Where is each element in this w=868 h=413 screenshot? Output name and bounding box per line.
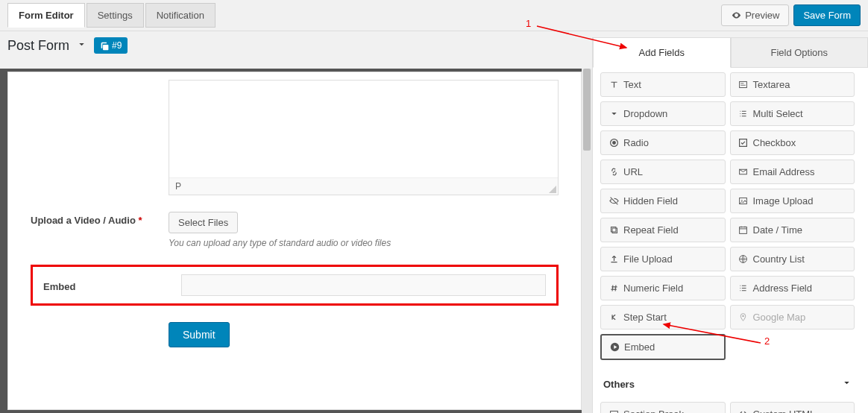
tab-settings[interactable]: Settings — [87, 3, 144, 28]
eye-icon — [731, 10, 741, 21]
field-step-start[interactable]: Step Start — [600, 305, 726, 330]
tab-add-fields-label: Add Fields — [639, 47, 685, 58]
field-label: Image Upload — [753, 195, 814, 206]
field-embed[interactable]: Embed — [600, 334, 726, 360]
field-google-map: Google Map — [730, 305, 855, 330]
field-label: Numeric Field — [623, 283, 683, 294]
rte-row: P — [31, 80, 559, 195]
upload-label: Upload a Video / Audio — [31, 215, 136, 226]
multiselect-icon — [738, 109, 749, 119]
play-icon — [609, 342, 620, 353]
field-hidden-field[interactable]: Hidden Field — [600, 189, 726, 213]
field-label: URL — [623, 166, 643, 177]
mail-icon — [738, 167, 749, 177]
field-file-upload[interactable]: File Upload — [600, 247, 726, 271]
field-dropdown[interactable]: Dropdown — [600, 101, 726, 126]
tab-field-options-label: Field Options — [770, 47, 828, 58]
field-label: Google Map — [753, 312, 806, 323]
code-icon — [738, 409, 749, 414]
top-tabs: Form EditorSettingsNotification — [7, 3, 216, 28]
field-label: Custom HTML — [753, 409, 816, 413]
form-id-badge[interactable]: #9 — [94, 37, 128, 54]
field-label: Email Address — [753, 166, 815, 177]
editor-scrollbar[interactable] — [582, 69, 592, 413]
editor-scrollbar-thumb[interactable] — [583, 69, 591, 151]
field-country-list[interactable]: Country List — [730, 247, 855, 271]
globe-icon — [738, 254, 749, 265]
chevron-down-icon — [842, 378, 852, 390]
calendar-icon — [738, 225, 749, 236]
field-label: Textarea — [753, 79, 790, 90]
others-label: Others — [603, 379, 635, 390]
field-label: Hidden Field — [623, 195, 678, 206]
field-label: Date / Time — [753, 224, 802, 236]
others-section-toggle[interactable]: Others — [600, 371, 855, 397]
preview-button-label: Preview — [745, 10, 779, 21]
editor-column: P Upload a Video / Audio * — [0, 69, 592, 413]
image-icon — [738, 196, 749, 206]
select-files-label: Select Files — [178, 217, 228, 228]
field-url[interactable]: URL — [600, 160, 726, 184]
field-label: Section Break — [623, 409, 684, 413]
others-fields-grid: Section BreakCustom HTML — [600, 397, 855, 413]
submit-button[interactable]: Submit — [169, 322, 230, 347]
field-label: Checkbox — [753, 137, 796, 148]
upload-icon — [608, 254, 619, 265]
field-image-upload[interactable]: Image Upload — [730, 189, 855, 213]
tab-label: Form Editor — [19, 10, 74, 21]
embed-row: Embed — [31, 265, 559, 306]
embed-input[interactable] — [181, 274, 546, 296]
copy-icon — [100, 41, 110, 51]
field-label: Address Field — [753, 283, 812, 294]
form-id-text: #9 — [112, 40, 122, 51]
tab-field-options[interactable]: Field Options — [731, 37, 869, 68]
upload-row: Upload a Video / Audio * Select Files Yo… — [31, 212, 559, 248]
marker-icon — [738, 312, 749, 323]
field-text[interactable]: Text — [600, 72, 726, 97]
field-label: Embed — [624, 341, 655, 353]
field-checkbox[interactable]: Checkbox — [730, 130, 855, 155]
dropdown-icon — [608, 109, 619, 119]
required-star: * — [138, 215, 142, 226]
tab-form-editor[interactable]: Form Editor — [7, 3, 85, 28]
field-repeat-field[interactable]: Repeat Field — [600, 218, 726, 242]
field-address-field[interactable]: Address Field — [730, 276, 855, 300]
preview-button[interactable]: Preview — [721, 4, 789, 26]
field-label: Text — [623, 79, 641, 90]
select-files-button[interactable]: Select Files — [169, 212, 238, 233]
field-custom-html[interactable]: Custom HTML — [730, 402, 855, 413]
field-label: Country List — [753, 253, 805, 265]
repeat-icon — [608, 225, 619, 236]
upload-hint: You can upload any type of standard audi… — [169, 238, 559, 248]
tab-label: Settings — [98, 10, 133, 21]
field-label: Multi Select — [753, 108, 803, 119]
radio-icon — [608, 138, 619, 148]
field-email-address[interactable]: Email Address — [730, 160, 855, 184]
field-date-time[interactable]: Date / Time — [730, 218, 855, 242]
submit-row: Submit — [31, 322, 559, 347]
field-label: File Upload — [623, 253, 673, 265]
field-textarea[interactable]: Textarea — [730, 72, 855, 97]
tab-notification[interactable]: Notification — [145, 3, 216, 28]
section-icon — [608, 409, 619, 414]
link-icon — [608, 167, 619, 177]
rich-text-editor[interactable]: P — [169, 80, 559, 195]
tab-label: Notification — [157, 10, 204, 21]
field-multi-select[interactable]: Multi Select — [730, 101, 855, 126]
save-form-button[interactable]: Save Form — [793, 4, 861, 26]
hash-icon — [608, 283, 619, 294]
submit-label: Submit — [183, 329, 216, 341]
textarea-icon — [738, 80, 749, 90]
hidden-icon — [608, 196, 619, 206]
chevron-down-icon[interactable] — [77, 40, 87, 51]
field-label: Repeat Field — [623, 224, 679, 236]
field-radio[interactable]: Radio — [600, 130, 726, 155]
address-icon — [738, 283, 749, 294]
custom-fields-grid: TextTextareaDropdownMulti SelectRadioChe… — [600, 68, 855, 371]
field-section-break[interactable]: Section Break — [600, 402, 726, 413]
tab-add-fields[interactable]: Add Fields — [593, 37, 731, 68]
resize-handle-icon[interactable] — [549, 186, 556, 193]
form-title: Post Form — [7, 38, 69, 54]
field-label: Step Start — [623, 312, 667, 323]
field-numeric-field[interactable]: Numeric Field — [600, 276, 726, 300]
